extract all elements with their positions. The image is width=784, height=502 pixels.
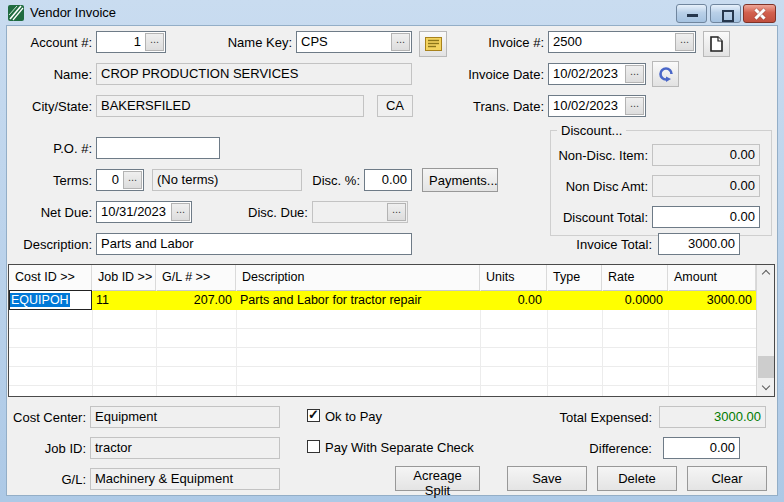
job-id-field: tractor: [90, 437, 280, 459]
cost-center-field: Equipment: [90, 406, 280, 428]
city-field: BAKERSFILED: [96, 95, 364, 117]
description-field[interactable]: Parts and Labor: [96, 233, 412, 255]
grid-header-rate[interactable]: Rate: [602, 265, 668, 290]
disc-pct-label: Disc. %:: [306, 173, 360, 188]
payments-button[interactable]: Payments...: [422, 168, 498, 192]
minimize-button[interactable]: [676, 4, 707, 23]
account-browse-button[interactable]: ...: [145, 33, 164, 51]
total-expensed-field: 3000.00: [659, 406, 766, 428]
terms-description-field: (No terms): [152, 169, 302, 191]
grid-header-amount[interactable]: Amount: [668, 265, 756, 290]
po-number-field[interactable]: [96, 137, 220, 159]
terms-browse-button[interactable]: ...: [123, 171, 142, 189]
terms-field[interactable]: 0 ...: [96, 169, 144, 191]
save-button[interactable]: Save: [507, 466, 587, 491]
title-bar[interactable]: Vendor Invoice: [0, 0, 784, 26]
invoice-date-label: Invoice Date:: [460, 67, 544, 82]
scroll-up-icon[interactable]: [762, 270, 769, 277]
name-key-field[interactable]: CPS ...: [296, 31, 412, 53]
discount-total-field[interactable]: 0.00: [652, 206, 760, 228]
disc-due-field: ...: [312, 201, 408, 223]
account-field[interactable]: 1 ...: [96, 31, 166, 53]
grid-header-description[interactable]: Description: [236, 265, 480, 290]
cell-rate[interactable]: 0.0000: [602, 291, 663, 310]
disc-due-calendar-button[interactable]: ...: [387, 203, 406, 221]
close-button[interactable]: [743, 4, 776, 23]
cost-id-selected-text: EQUIPOH: [10, 293, 70, 307]
line-items-grid[interactable]: Cost ID >> Job ID >> G/L # >> Descriptio…: [8, 264, 775, 397]
invoice-date-field[interactable]: 10/02/2023 ...: [548, 63, 646, 85]
grid-vertical-scrollbar[interactable]: [756, 265, 774, 396]
invoice-number-label: Invoice #:: [460, 35, 544, 50]
account-label: Account #:: [8, 35, 92, 50]
grid-header-gl[interactable]: G/L # >>: [156, 265, 236, 290]
cell-description[interactable]: Parts and Labor for tractor repair: [240, 291, 476, 310]
invoice-number-field[interactable]: 2500 ...: [548, 31, 696, 53]
grid-header-units[interactable]: Units: [480, 265, 547, 290]
state-field: CA: [377, 95, 413, 117]
name-key-browse-button[interactable]: ...: [391, 33, 410, 51]
cell-amount[interactable]: 3000.00: [668, 291, 752, 310]
total-expensed-label: Total Expensed:: [540, 410, 652, 425]
app-logo-icon: [8, 5, 24, 21]
name-label: Name:: [8, 67, 92, 82]
invoice-date-calendar-button[interactable]: ...: [625, 65, 644, 83]
difference-field: 0.00: [663, 437, 740, 459]
cell-job-id[interactable]: 11: [96, 291, 152, 310]
terms-label: Terms:: [8, 173, 92, 188]
non-disc-amt-field: 0.00: [652, 175, 760, 197]
net-due-field[interactable]: 10/31/2023 ...: [96, 201, 192, 223]
grid-header-type[interactable]: Type: [547, 265, 602, 290]
ok-to-pay-checkbox[interactable]: [307, 409, 320, 422]
window-title: Vendor Invoice: [30, 5, 116, 20]
cell-type[interactable]: [551, 291, 598, 310]
discount-total-label: Discount Total:: [552, 210, 648, 225]
non-disc-item-field: 0.00: [652, 144, 760, 166]
non-disc-item-label: Non-Disc. Item:: [552, 148, 648, 163]
scrollbar-thumb[interactable]: [758, 356, 774, 378]
invoice-total-field[interactable]: 3000.00: [658, 233, 740, 255]
invoice-number-browse-button[interactable]: ...: [675, 33, 694, 51]
non-disc-amt-label: Non Disc Amt:: [552, 179, 648, 194]
scroll-down-icon[interactable]: [762, 384, 769, 391]
recurring-button[interactable]: [652, 61, 679, 87]
ok-to-pay-label: Ok to Pay: [325, 409, 382, 424]
maximize-icon: [722, 10, 734, 22]
job-id-label: Job ID:: [6, 441, 86, 456]
grid-header-job-id[interactable]: Job ID >>: [92, 265, 156, 290]
po-number-label: P.O. #:: [8, 141, 92, 156]
city-state-label: City/State:: [8, 99, 92, 114]
notes-button[interactable]: [419, 31, 447, 57]
new-invoice-button[interactable]: [703, 31, 730, 57]
trans-date-field[interactable]: 10/02/2023 ...: [548, 95, 646, 117]
trans-date-label: Trans. Date:: [460, 99, 544, 114]
separate-check-label: Pay With Separate Check: [325, 440, 474, 455]
description-label: Description:: [4, 237, 92, 252]
separate-check-checkbox[interactable]: [307, 440, 320, 453]
name-field: CROP PRODUCTION SERVICES: [96, 63, 412, 85]
trans-date-calendar-button[interactable]: ...: [625, 97, 644, 115]
acreage-split-button[interactable]: Acreage Split: [395, 466, 480, 491]
vendor-invoice-window: Vendor Invoice Account #: 1 ... Name Key…: [0, 0, 784, 502]
disc-pct-field[interactable]: 0.00: [364, 169, 412, 191]
cost-center-label: Cost Center:: [6, 410, 86, 425]
cost-id-edit-cell[interactable]: EQUIPOH: [9, 290, 92, 310]
discount-group-title: Discount...: [557, 123, 626, 138]
cell-units[interactable]: 0.00: [480, 291, 542, 310]
net-due-calendar-button[interactable]: ...: [171, 203, 190, 221]
grid-header-cost-id[interactable]: Cost ID >>: [9, 265, 92, 290]
notes-icon: [425, 37, 442, 51]
gl-label: G/L:: [6, 472, 86, 487]
maximize-button[interactable]: [710, 4, 741, 23]
clear-button[interactable]: Clear: [687, 466, 767, 491]
difference-label: Difference:: [540, 441, 652, 456]
refresh-icon: [658, 66, 674, 82]
invoice-total-label: Invoice Total:: [540, 237, 652, 252]
minimize-icon: [687, 14, 698, 17]
gl-field: Machinery & Equipment: [90, 468, 280, 490]
name-key-label: Name Key:: [210, 35, 292, 50]
cell-gl-number[interactable]: 207.00: [156, 291, 232, 310]
disc-due-label: Disc. Due:: [248, 205, 304, 220]
net-due-label: Net Due:: [8, 205, 92, 220]
delete-button[interactable]: Delete: [597, 466, 677, 491]
